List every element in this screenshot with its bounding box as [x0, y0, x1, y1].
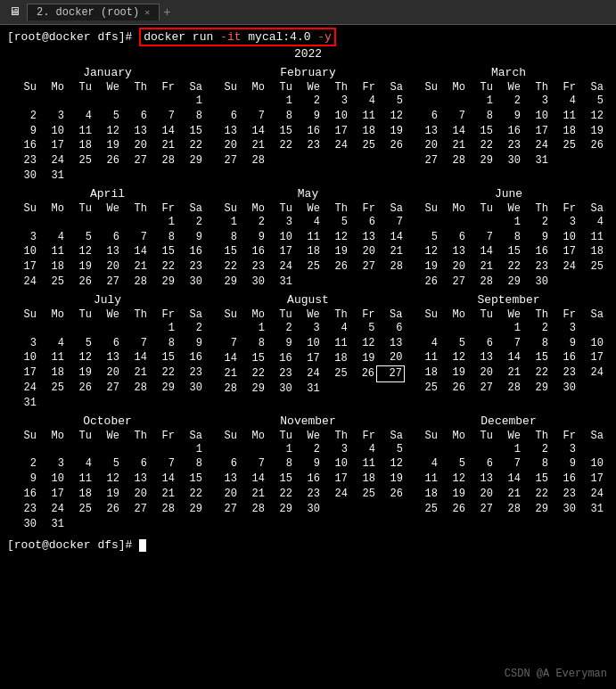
- cal-day: 14: [377, 230, 405, 245]
- command-line: [root@docker dfs]# docker run -it mycal:…: [7, 30, 609, 44]
- cal-day: 22: [239, 366, 267, 382]
- month-name: June: [412, 187, 605, 201]
- day-header: Th: [121, 308, 149, 321]
- cal-day: [66, 321, 94, 336]
- day-header: We: [294, 430, 322, 442]
- cal-day: 16: [11, 138, 38, 153]
- cal-day: 14: [121, 350, 149, 365]
- cal-day: 28: [495, 502, 522, 517]
- day-header: Su: [211, 308, 239, 321]
- tab[interactable]: 2. docker (root) ✕: [27, 4, 160, 21]
- cal-day: 11: [412, 472, 439, 487]
- cal-day: 6: [211, 109, 239, 124]
- cal-day: 23: [495, 138, 522, 153]
- cal-day: [66, 396, 94, 411]
- day-header: Su: [11, 81, 38, 94]
- cal-day: [239, 442, 267, 457]
- day-header: Th: [522, 202, 550, 215]
- cal-day: 8: [522, 336, 550, 351]
- day-header: We: [294, 308, 322, 321]
- day-header: Th: [322, 430, 349, 442]
- cal-day: 19: [439, 365, 467, 381]
- day-header: Mo: [38, 430, 66, 442]
- cal-day: 11: [322, 336, 349, 351]
- day-header: Sa: [177, 81, 204, 94]
- cal-day: 2: [294, 94, 322, 109]
- cal-day: 4: [550, 94, 578, 109]
- cal-day: 5: [578, 94, 605, 109]
- month-block-june: JuneSuMoTuWeThFrSa1234567891011121314151…: [408, 185, 609, 291]
- day-header: Th: [522, 430, 550, 442]
- cal-day: [377, 381, 405, 397]
- cal-day: [94, 168, 121, 184]
- cal-day: 16: [294, 472, 322, 487]
- cal-day: 3: [550, 321, 578, 336]
- cal-day: 28: [149, 153, 177, 168]
- cal-day: 10: [550, 230, 578, 245]
- cal-day: [177, 168, 204, 184]
- cal-day: 20: [94, 259, 121, 275]
- cal-day: 19: [66, 365, 94, 381]
- cal-day: 12: [377, 456, 405, 472]
- cal-day: 10: [322, 456, 349, 472]
- cal-day: 27: [121, 153, 149, 168]
- watermark: CSDN @A Everyman: [505, 668, 607, 680]
- cal-day: 4: [294, 215, 322, 230]
- cal-day: 16: [495, 124, 522, 139]
- cal-day: 10: [267, 230, 294, 245]
- cal-day: 10: [578, 336, 605, 351]
- day-header: Su: [412, 308, 439, 321]
- cal-day: 28: [211, 381, 239, 397]
- cal-day: [211, 442, 239, 457]
- cal-day: [149, 94, 177, 109]
- month-name: December: [412, 414, 605, 428]
- prompt-prefix: [root@docker dfs]#: [7, 30, 132, 44]
- cal-day: 22: [522, 365, 550, 381]
- cal-day: 3: [11, 336, 38, 351]
- cal-day: 1: [495, 442, 522, 457]
- title-bar: 🖥 2. docker (root) ✕ +: [0, 0, 616, 25]
- cal-day: 23: [177, 365, 204, 381]
- cal-day: [322, 153, 349, 168]
- cal-day: 23: [267, 366, 294, 382]
- cal-day: [322, 381, 349, 397]
- day-header: Th: [121, 81, 149, 94]
- new-tab-button[interactable]: +: [163, 5, 170, 20]
- cal-day: 11: [38, 244, 66, 259]
- cal-day: 27: [94, 275, 121, 290]
- cal-day: 10: [38, 472, 66, 487]
- cal-day: 30: [550, 381, 578, 396]
- cal-day: 20: [467, 365, 495, 381]
- day-header: Sa: [578, 81, 605, 94]
- cal-day: 17: [550, 244, 578, 259]
- cal-day: [121, 215, 149, 230]
- cal-day: 6: [467, 336, 495, 351]
- cal-day: 28: [377, 259, 405, 275]
- day-header: Mo: [239, 308, 267, 321]
- month-block-december: DecemberSuMoTuWeThFrSa123456789101112131…: [408, 413, 609, 534]
- month-block-august: AugustSuMoTuWeThFrSa12345678910111213141…: [208, 291, 408, 413]
- cal-day: 27: [412, 153, 439, 168]
- day-header: Sa: [578, 308, 605, 321]
- day-header: Tu: [467, 81, 495, 94]
- cal-day: 16: [550, 472, 578, 487]
- cal-day: 12: [377, 109, 405, 124]
- cal-day: 26: [377, 487, 405, 502]
- cal-day: 21: [149, 138, 177, 153]
- cal-day: [94, 517, 121, 532]
- cal-day: 16: [177, 244, 204, 259]
- cal-day: 1: [149, 215, 177, 230]
- tab-close-icon[interactable]: ✕: [144, 7, 150, 18]
- cal-day: 9: [11, 124, 38, 139]
- cal-day: 8: [467, 109, 495, 124]
- cal-table: SuMoTuWeThFrSa12345678910111213141516171…: [412, 430, 605, 517]
- cal-day: 26: [94, 153, 121, 168]
- day-header: Tu: [467, 308, 495, 321]
- day-header: We: [94, 308, 121, 321]
- cal-day: 2: [522, 321, 550, 336]
- cal-day: 27: [211, 153, 239, 168]
- day-header: Fr: [550, 202, 578, 215]
- cal-day: 30: [267, 381, 294, 397]
- month-name: November: [211, 414, 405, 428]
- cal-day: 18: [38, 259, 66, 275]
